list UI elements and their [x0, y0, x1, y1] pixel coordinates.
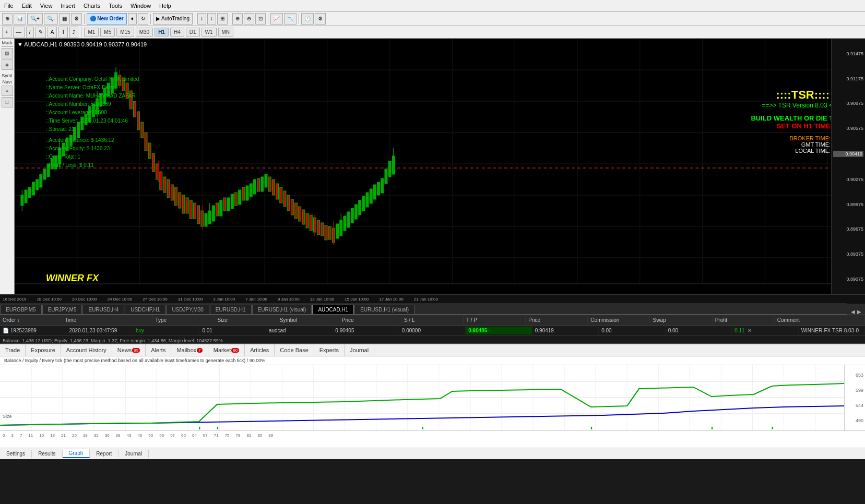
charts-btn[interactable]: 📊: [14, 13, 26, 25]
tf-m5[interactable]: M5: [100, 28, 115, 37]
col-commission[interactable]: Commission: [588, 316, 650, 324]
col-size[interactable]: Size: [215, 316, 277, 324]
chart-ctrl2[interactable]: ↕: [207, 13, 216, 25]
tab-news[interactable]: News99: [112, 344, 146, 356]
svg-rect-71: [205, 213, 207, 226]
sidebar-tool-3[interactable]: ≡: [2, 86, 13, 96]
svg-rect-168: [591, 427, 592, 429]
col-swap[interactable]: Swap: [650, 316, 712, 324]
new-account-btn[interactable]: ⊕: [2, 13, 13, 25]
menu-edit[interactable]: Edit: [18, 2, 36, 10]
col-time[interactable]: Time: [62, 316, 152, 324]
col-price-cur[interactable]: Price: [526, 316, 588, 324]
chart-tab-eurusd-h4[interactable]: EURUSD,H4: [82, 305, 124, 314]
close-order-icon[interactable]: ✕: [748, 328, 752, 333]
chart-ctrl1[interactable]: ↕: [197, 13, 206, 25]
tab-experts[interactable]: Experts: [314, 344, 345, 356]
tf-d1[interactable]: D1: [186, 28, 200, 37]
trade-ctrl2[interactable]: 📉: [284, 13, 297, 25]
settings-btn[interactable]: ⚙: [315, 13, 326, 25]
chart-tab-eurgbp-m5[interactable]: EURGBP,M5: [0, 305, 42, 314]
chart-tab-usdchf-h1[interactable]: USDCHF,H1: [125, 305, 165, 314]
new-order-button[interactable]: 🔵 New Order: [87, 13, 127, 25]
y-label-3: 544: [846, 403, 863, 408]
spread: ::Spread: 21: [46, 125, 139, 134]
svg-rect-99: [310, 215, 312, 231]
chart-ctrl3[interactable]: ⊞: [217, 13, 228, 25]
chart-tab-audcad-h1[interactable]: AUDCAD,H1: [312, 305, 354, 314]
menu-tools[interactable]: Tools: [104, 2, 126, 10]
zoom-in-btn[interactable]: 🔍+: [27, 13, 43, 25]
tab-alerts[interactable]: Alerts: [146, 344, 171, 356]
arrow-btn[interactable]: ⤴: [69, 27, 78, 38]
tf-m15[interactable]: M15: [116, 28, 134, 37]
scroll-right[interactable]: ▶: [856, 309, 862, 315]
chart-tab-eurusd-h1[interactable]: EURUSD,H1: [210, 305, 252, 314]
col-tp[interactable]: T / P: [464, 316, 526, 324]
tab-exposure[interactable]: Exposure: [26, 344, 61, 356]
tf-mn[interactable]: MN: [218, 28, 234, 37]
tf-w1[interactable]: W1: [202, 28, 217, 37]
tab-market[interactable]: Market80: [208, 344, 245, 356]
clock-btn[interactable]: 🕐: [301, 13, 314, 25]
menu-window[interactable]: Window: [126, 2, 155, 10]
trade-ctrl1[interactable]: 📈: [270, 13, 283, 25]
x-label-10: 36: [105, 433, 110, 438]
sidebar-tool-1[interactable]: ▤: [2, 48, 13, 58]
cell-order-time: 2020.01.23 03:47:59: [66, 327, 133, 334]
label-btn[interactable]: T: [58, 27, 68, 38]
tab-journal[interactable]: Journal: [345, 344, 374, 356]
crosshair-btn[interactable]: +: [2, 27, 11, 38]
chart-tab-usdjpy-m30[interactable]: USDJPY,M30: [166, 305, 209, 314]
draw-btn[interactable]: /: [26, 27, 34, 38]
menu-charts[interactable]: Charts: [79, 2, 104, 10]
tab-account-history[interactable]: Account History: [61, 344, 112, 356]
sidebar-tool-4[interactable]: □: [2, 97, 13, 107]
sidebar-tool-2[interactable]: ◈: [2, 59, 13, 70]
col-price[interactable]: Price: [339, 316, 401, 324]
col-order[interactable]: Order ↓: [0, 316, 62, 324]
tf-m1[interactable]: M1: [84, 28, 99, 37]
sub-tab-graph[interactable]: Graph: [63, 449, 90, 458]
menu-help[interactable]: Help: [155, 2, 175, 10]
col-comment[interactable]: Comment: [775, 316, 865, 324]
tab-trade[interactable]: Trade: [0, 344, 26, 356]
order2-btn[interactable]: ♦: [128, 13, 137, 25]
graph-x-axis: 0 3 7 11 15 18 21 25 28 32 36 39 43 46 5…: [0, 430, 865, 440]
chart-tab-eurjpy-m5[interactable]: EURJPY,M5: [42, 305, 82, 314]
sub-tab-settings[interactable]: Settings: [0, 450, 32, 458]
line-btn[interactable]: —: [13, 27, 25, 38]
scroll-left[interactable]: ◀: [850, 309, 856, 315]
time-label-4: 24 Dec 10:00: [108, 297, 133, 302]
tab-code-base[interactable]: Code Base: [275, 344, 314, 356]
sub-tab-results[interactable]: Results: [32, 450, 62, 458]
col-type[interactable]: Type: [152, 316, 215, 324]
chart-tab-eurusd-h1-visual[interactable]: EURUSD,H1 (visual): [252, 305, 312, 314]
tab-mailbox[interactable]: Mailbox7: [171, 344, 208, 356]
tf-h4[interactable]: H4: [170, 28, 184, 37]
sub-tab-report[interactable]: Report: [90, 450, 119, 458]
pencil-btn[interactable]: ✎: [35, 27, 46, 38]
tf-h1[interactable]: H1: [155, 28, 169, 37]
period-sep-btn[interactable]: ⚙: [71, 13, 82, 25]
zoom-out-btn[interactable]: 🔍-: [44, 13, 58, 25]
tf-m30[interactable]: M30: [136, 28, 153, 37]
tab-articles[interactable]: Articles: [245, 344, 275, 356]
col-symbol[interactable]: Symbol: [277, 316, 339, 324]
select-btn[interactable]: ▦: [59, 13, 70, 25]
svg-rect-77: [227, 198, 230, 211]
sub-tab-journal[interactable]: Journal: [119, 450, 149, 458]
menu-file[interactable]: File: [0, 2, 18, 10]
order3-btn[interactable]: ↻: [138, 13, 148, 25]
col-sl[interactable]: S / L: [401, 316, 464, 324]
main-chart[interactable]: ▼ AUDCAD,H1 0.90393 0.90419 0.90377 0.90…: [15, 39, 865, 294]
zoom-ctrl3[interactable]: ⊡: [255, 13, 266, 25]
menu-insert[interactable]: Insert: [56, 2, 79, 10]
menu-view[interactable]: View: [36, 2, 57, 10]
col-profit[interactable]: Profit: [713, 316, 775, 324]
autotrade-button[interactable]: ▶ AutoTrading: [153, 13, 193, 25]
zoom-ctrl1[interactable]: ⊕: [232, 13, 243, 25]
chart-tab-eurusd-h1-visual2[interactable]: EURUSD,H1 (visual): [354, 305, 414, 314]
text-btn[interactable]: A: [48, 27, 57, 38]
zoom-ctrl2[interactable]: ⊖: [244, 13, 254, 25]
